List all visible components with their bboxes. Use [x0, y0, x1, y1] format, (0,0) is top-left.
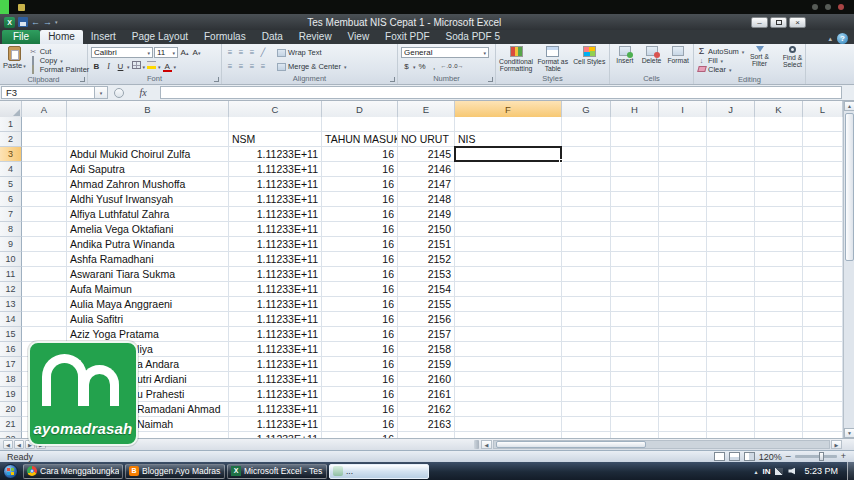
cell-G9[interactable] [562, 237, 611, 252]
autosum-button[interactable]: Σ AutoSum ▾ [697, 47, 741, 56]
cell-D13[interactable]: 16 [322, 297, 398, 312]
cell-I3[interactable] [659, 147, 707, 162]
cell-L3[interactable] [803, 147, 843, 162]
cell-K16[interactable] [755, 342, 803, 357]
cell-F18[interactable] [455, 372, 562, 387]
cell-A1[interactable] [22, 117, 67, 132]
cell-L14[interactable] [803, 312, 843, 327]
cell-E2[interactable]: NO URUT [398, 132, 455, 147]
cell-G13[interactable] [562, 297, 611, 312]
cell-L17[interactable] [803, 357, 843, 372]
cell-E18[interactable]: 2160 [398, 372, 455, 387]
cell-L16[interactable] [803, 342, 843, 357]
cell-F8[interactable] [455, 222, 562, 237]
fill-color-button[interactable] [146, 61, 157, 72]
cell-A9[interactable] [22, 237, 67, 252]
cell-B8[interactable]: Amelia Vega Oktafiani [67, 222, 229, 237]
row-header-8[interactable]: 8 [0, 222, 22, 237]
cell-A4[interactable] [22, 162, 67, 177]
cell-G5[interactable] [562, 177, 611, 192]
font-color-button[interactable]: A [162, 61, 173, 72]
cell-K5[interactable] [755, 177, 803, 192]
column-header-L[interactable]: L [803, 101, 843, 117]
cell-B11[interactable]: Aswarani Tiara Sukma [67, 267, 229, 282]
shrink-font-button[interactable]: A▾ [191, 47, 202, 58]
cell-E15[interactable]: 2157 [398, 327, 455, 342]
cell-H5[interactable] [611, 177, 659, 192]
cell-H20[interactable] [611, 402, 659, 417]
grow-font-button[interactable]: A▴ [179, 47, 190, 58]
bold-button[interactable]: B [91, 61, 102, 72]
cell-C12[interactable]: 1.11233E+11 [229, 282, 322, 297]
insert-function-button[interactable]: fx [130, 87, 156, 98]
cell-J17[interactable] [707, 357, 755, 372]
cell-F2[interactable]: NIS [455, 132, 562, 147]
cell-L10[interactable] [803, 252, 843, 267]
language-indicator[interactable]: IN [762, 467, 770, 476]
cell-A7[interactable] [22, 207, 67, 222]
cell-L6[interactable] [803, 192, 843, 207]
cell-G11[interactable] [562, 267, 611, 282]
cell-C4[interactable]: 1.11233E+11 [229, 162, 322, 177]
cell-C21[interactable]: 1.11233E+11 [229, 417, 322, 432]
cell-C5[interactable]: 1.11233E+11 [229, 177, 322, 192]
vertical-scrollbar-thumb[interactable] [845, 113, 854, 261]
cell-L18[interactable] [803, 372, 843, 387]
ribbon-tab-home[interactable]: Home [40, 30, 83, 44]
cell-A2[interactable] [22, 132, 67, 147]
cell-G15[interactable] [562, 327, 611, 342]
cell-K18[interactable] [755, 372, 803, 387]
insert-cells-button[interactable]: Insert [613, 46, 637, 74]
cell-D16[interactable]: 16 [322, 342, 398, 357]
cell-K13[interactable] [755, 297, 803, 312]
name-box-dropdown-icon[interactable]: ▾ [95, 86, 108, 99]
cell-H10[interactable] [611, 252, 659, 267]
row-header-20[interactable]: 20 [0, 402, 22, 417]
cell-C8[interactable]: 1.11233E+11 [229, 222, 322, 237]
column-header-I[interactable]: I [659, 101, 707, 117]
recorder-button-icon[interactable] [825, 4, 831, 10]
row-header-9[interactable]: 9 [0, 237, 22, 252]
cell-C2[interactable]: NSM [229, 132, 322, 147]
help-icon[interactable]: ? [837, 33, 848, 44]
cell-F4[interactable] [455, 162, 562, 177]
recorder-status-icon[interactable] [18, 4, 25, 11]
borders-button[interactable] [131, 61, 142, 72]
minimize-ribbon-icon[interactable]: ▴ [828, 35, 832, 43]
cell-B5[interactable]: Ahmad Zahron Mushoffa [67, 177, 229, 192]
cell-J14[interactable] [707, 312, 755, 327]
cell-B1[interactable] [67, 117, 229, 132]
cell-E6[interactable]: 2148 [398, 192, 455, 207]
cell-F14[interactable] [455, 312, 562, 327]
ribbon-tab-review[interactable]: Review [291, 30, 340, 44]
cell-J11[interactable] [707, 267, 755, 282]
row-header-14[interactable]: 14 [0, 312, 22, 327]
percent-style-button[interactable]: % [417, 61, 428, 72]
cell-I11[interactable] [659, 267, 707, 282]
cell-J6[interactable] [707, 192, 755, 207]
cell-K14[interactable] [755, 312, 803, 327]
cell-I16[interactable] [659, 342, 707, 357]
cell-I7[interactable] [659, 207, 707, 222]
number-dialog-launcher[interactable] [488, 77, 493, 82]
cell-D1[interactable] [322, 117, 398, 132]
cell-K9[interactable] [755, 237, 803, 252]
cell-H3[interactable] [611, 147, 659, 162]
cell-J1[interactable] [707, 117, 755, 132]
show-desktop-button[interactable] [847, 462, 854, 480]
fill-color-caret-icon[interactable]: ▾ [158, 64, 161, 70]
column-header-A[interactable]: A [22, 101, 67, 117]
cell-B2[interactable] [67, 132, 229, 147]
cell-B4[interactable]: Adi Saputra [67, 162, 229, 177]
cell-L1[interactable] [803, 117, 843, 132]
cell-H14[interactable] [611, 312, 659, 327]
cell-E19[interactable]: 2161 [398, 387, 455, 402]
cell-K8[interactable] [755, 222, 803, 237]
horizontal-scrollbar-track[interactable] [493, 440, 830, 449]
zoom-out-icon[interactable]: – [786, 452, 791, 461]
column-header-K[interactable]: K [755, 101, 803, 117]
cell-J20[interactable] [707, 402, 755, 417]
comma-style-button[interactable]: , [429, 61, 440, 72]
font-color-caret-icon[interactable]: ▾ [174, 64, 177, 70]
cell-L2[interactable] [803, 132, 843, 147]
